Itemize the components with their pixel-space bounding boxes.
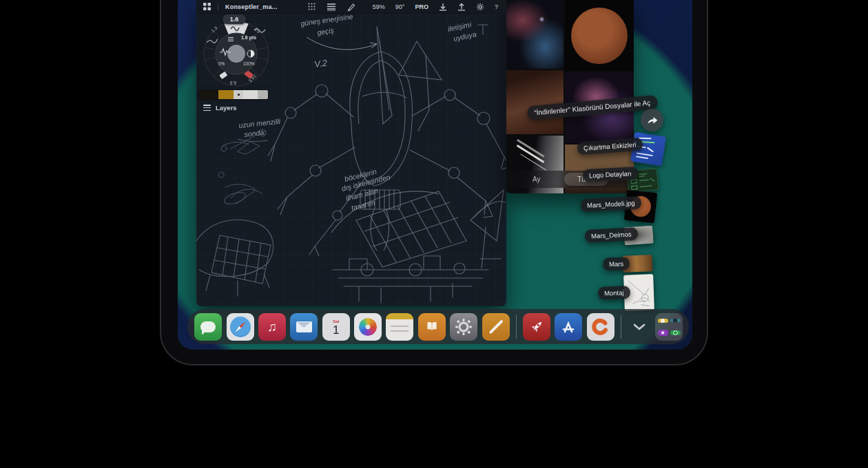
music-note-icon: ♫: [267, 319, 277, 334]
chevron-down-icon: [633, 323, 645, 330]
layers-panel-toggle[interactable]: Layers: [203, 104, 237, 111]
dock-app-linea-sketch[interactable]: [482, 313, 510, 341]
dock: ♫ Sal 1: [187, 309, 689, 344]
swatch-gray[interactable]: [258, 90, 268, 99]
calendar-day: 1: [333, 324, 339, 337]
pro-button[interactable]: PRO: [415, 3, 428, 10]
center-size-value: 1.6 pts: [241, 35, 256, 41]
dock-app-messages[interactable]: [194, 313, 222, 341]
dock-app-mail[interactable]: [290, 313, 318, 341]
messages-bubble-icon: [200, 321, 216, 332]
concepts-c-icon: [591, 317, 610, 337]
app-library-camera-icon: [670, 319, 681, 322]
share-arrow-icon: [646, 115, 658, 125]
brush-wheel[interactable]: 1.3 3.5 6.9 14.5 1.6 pts 0% 100% 1.6: [202, 14, 271, 88]
dock-app-rocket[interactable]: [523, 313, 550, 341]
dock-app-notes[interactable]: [386, 313, 413, 341]
mail-envelope-icon: [296, 321, 312, 332]
dots-grid-icon[interactable]: [308, 3, 316, 10]
photos-app-window: Ay Tümü: [506, 0, 634, 193]
dock-app-books[interactable]: [418, 313, 446, 341]
opacity-min-label: 0%: [218, 61, 225, 66]
toolbar-divider: [218, 3, 218, 10]
tab-month[interactable]: Ay: [533, 176, 541, 183]
photos-flower-icon: [359, 318, 377, 336]
export-icon[interactable]: [457, 3, 466, 11]
photo-mars-globe[interactable]: [565, 0, 634, 71]
svg-text:V.2: V.2: [313, 57, 328, 70]
dock-collapse-chevron[interactable]: [628, 313, 651, 341]
apps-grid-icon[interactable]: [203, 3, 211, 10]
opacity-max-label: 100%: [243, 61, 255, 66]
swatch-light[interactable]: [243, 90, 258, 99]
import-icon[interactable]: [439, 3, 447, 11]
dock-divider: [516, 315, 517, 339]
layers-menu-icon: [203, 105, 211, 111]
swatch-selected[interactable]: [234, 90, 243, 99]
dock-app-library[interactable]: ★: [655, 313, 683, 341]
menu-lines-icon[interactable]: [327, 3, 336, 11]
photo-mars-surface[interactable]: [506, 70, 564, 134]
app-library-ring-icon: [670, 330, 681, 335]
notes-lines-icon: [391, 326, 409, 334]
settings-gear-icon[interactable]: [476, 3, 484, 11]
drag-item-label: Mars: [603, 257, 630, 270]
ipad-screen: Konseptler_ma... 59% 90° PRO: [178, 0, 692, 350]
help-button[interactable]: ?: [495, 3, 498, 10]
swatch-gold[interactable]: [218, 90, 234, 99]
dock-app-photos[interactable]: [354, 313, 382, 341]
color-swatch-bar[interactable]: [199, 90, 268, 99]
dock-divider: [621, 315, 621, 339]
drawing-toolbar: Konseptler_ma... 59% 90° PRO: [196, 0, 506, 14]
share-button[interactable]: [641, 109, 663, 131]
rocket-icon: [528, 319, 545, 335]
dock-app-settings[interactable]: [450, 313, 477, 341]
settings-gear-icon: [455, 318, 473, 336]
dock-app-calendar[interactable]: Sal 1: [322, 313, 350, 341]
books-icon: [424, 319, 440, 334]
drag-item-label: Montaj: [598, 286, 630, 300]
app-store-a-icon: [559, 318, 577, 336]
dock-app-app-store[interactable]: [555, 313, 582, 341]
layers-label: Layers: [216, 104, 237, 111]
zoom-value[interactable]: 59%: [373, 3, 385, 10]
active-size-pill[interactable]: 1.6: [223, 14, 246, 24]
pen-tool-icon[interactable]: [347, 3, 355, 11]
safari-compass-icon: [230, 317, 251, 337]
color-puck[interactable]: [227, 45, 245, 63]
app-library-tips-icon: [658, 319, 668, 323]
dock-app-safari[interactable]: [227, 313, 254, 341]
photo-nebula-flame[interactable]: [506, 0, 564, 69]
drawing-app-window: Konseptler_ma... 59% 90° PRO: [196, 0, 506, 306]
app-library-star-icon: ★: [658, 330, 668, 336]
rotation-value[interactable]: 90°: [395, 3, 405, 10]
pen-stroke-icon: [488, 319, 503, 334]
dock-app-music[interactable]: ♫: [258, 313, 286, 341]
brush-size-label[interactable]: 6.9: [230, 81, 236, 85]
drag-item-label: Mars_Deimos: [585, 227, 638, 243]
document-title[interactable]: Konseptler_ma...: [225, 3, 278, 10]
dock-app-concepts[interactable]: [587, 313, 614, 341]
swatch-black[interactable]: [199, 90, 218, 99]
